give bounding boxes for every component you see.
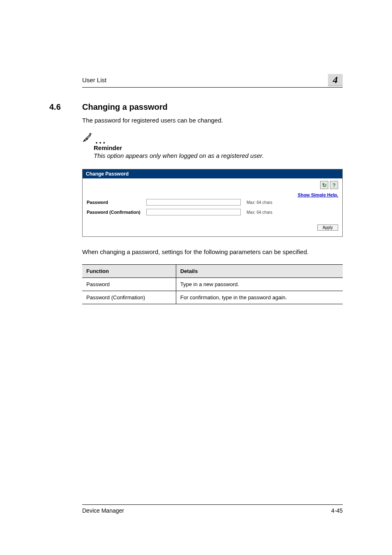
table-row: Password Type in a new password. bbox=[82, 278, 343, 291]
page-header: User List 4 bbox=[49, 74, 343, 86]
form-area: Password Max: 64 chars Password (Confirm… bbox=[87, 199, 338, 215]
note-icon-row: ... bbox=[82, 132, 343, 143]
reminder-block: Reminder This option appears only when l… bbox=[94, 144, 343, 159]
header-title: User List bbox=[82, 76, 106, 83]
section-heading: 4.6 Changing a password bbox=[49, 102, 343, 112]
refresh-icon[interactable]: ↻ bbox=[320, 181, 328, 189]
help-icon[interactable]: ? bbox=[330, 181, 338, 189]
password-row: Password Max: 64 chars bbox=[87, 199, 338, 206]
table-row: Password (Confirmation) For confirmation… bbox=[82, 291, 343, 304]
footer-rule bbox=[82, 504, 343, 505]
pen-icon bbox=[82, 132, 93, 143]
table-cell-details: Type in a new password. bbox=[176, 278, 343, 291]
apply-row: Apply bbox=[87, 224, 338, 231]
table-header-function: Function bbox=[82, 265, 176, 278]
table-header-row: Function Details bbox=[82, 265, 343, 278]
document-page: User List 4 4.6 Changing a password The … bbox=[0, 0, 392, 555]
after-text: When changing a password, settings for t… bbox=[82, 247, 343, 256]
table-header-details: Details bbox=[176, 265, 343, 278]
reminder-title: Reminder bbox=[94, 144, 343, 151]
reminder-text: This option appears only when logged on … bbox=[94, 152, 343, 159]
table-cell-function: Password (Confirmation) bbox=[82, 291, 176, 304]
password-confirm-input[interactable] bbox=[146, 209, 241, 215]
intro-text: The password for registered users can be… bbox=[82, 117, 343, 124]
password-confirm-label: Password (Confirmation) bbox=[87, 210, 146, 215]
chapter-box: 4 bbox=[328, 74, 343, 86]
page-footer: Device Manager 4-45 bbox=[49, 504, 343, 514]
password-confirm-hint: Max: 64 chars bbox=[247, 210, 272, 215]
change-password-panel: Change Password ↻ ? Show Simple Help. Pa… bbox=[82, 169, 343, 237]
password-confirm-row: Password (Confirmation) Max: 64 chars bbox=[87, 209, 338, 215]
table-cell-function: Password bbox=[82, 278, 176, 291]
parameters-table: Function Details Password Type in a new … bbox=[82, 264, 343, 304]
footer-row: Device Manager 4-45 bbox=[49, 507, 343, 514]
password-input[interactable] bbox=[146, 199, 241, 206]
header-rule bbox=[82, 87, 343, 88]
apply-button[interactable]: Apply bbox=[317, 224, 338, 231]
panel-icons: ↻ ? bbox=[87, 181, 338, 189]
ellipsis-icon: ... bbox=[95, 139, 106, 143]
heading-text: Changing a password bbox=[82, 102, 168, 112]
panel-title: Change Password bbox=[83, 169, 342, 178]
panel-body: ↻ ? Show Simple Help. Password Max: 64 c… bbox=[83, 178, 342, 236]
show-simple-help-link[interactable]: Show Simple Help. bbox=[298, 192, 338, 197]
password-label: Password bbox=[87, 200, 146, 205]
password-hint: Max: 64 chars bbox=[247, 200, 272, 205]
heading-number: 4.6 bbox=[49, 102, 82, 112]
table-cell-details: For confirmation, type in the password a… bbox=[176, 291, 343, 304]
footer-left: Device Manager bbox=[82, 507, 124, 514]
help-link-row: Show Simple Help. bbox=[87, 191, 338, 198]
footer-right: 4-45 bbox=[331, 507, 343, 514]
